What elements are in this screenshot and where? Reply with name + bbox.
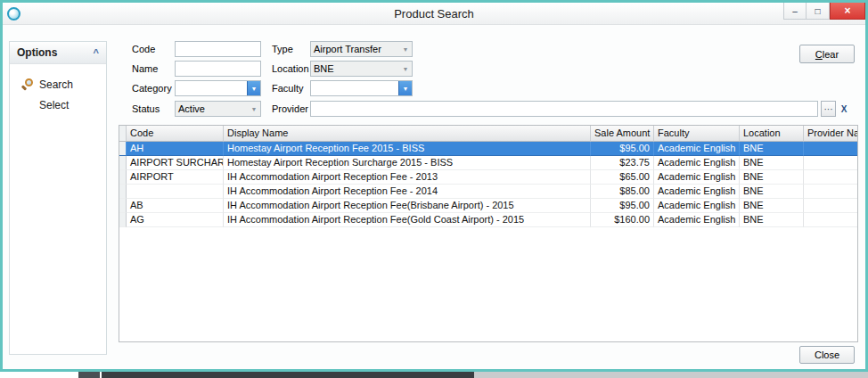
cell-sale-amount: $95.00 <box>591 142 654 156</box>
type-dropdown[interactable]: Airport Transfer ▼ <box>310 41 413 57</box>
cell-display-name: Homestay Airport Reception Fee 2015 - BI… <box>224 142 591 156</box>
location-dropdown[interactable]: BNE ▼ <box>310 61 413 77</box>
status-dropdown[interactable]: Active ▼ <box>175 101 261 117</box>
table-row[interactable]: IH Accommodation Airport Reception Fee -… <box>119 185 857 199</box>
sidebar-item-search[interactable]: Search <box>20 78 106 91</box>
cell-location: BNE <box>740 156 804 170</box>
cell-display-name: IH Accommodation Airport Reception Fee(B… <box>224 199 591 213</box>
code-label: Code <box>132 41 155 57</box>
desktop-background <box>0 372 868 378</box>
location-label: Location <box>272 61 309 77</box>
type-label: Type <box>272 41 293 57</box>
results-grid: Code Display Name Sale Amount Faculty Lo… <box>119 125 858 342</box>
grid-header-row: Code Display Name Sale Amount Faculty Lo… <box>119 126 857 142</box>
faculty-label: Faculty <box>272 80 303 96</box>
status-value: Active <box>176 102 248 116</box>
row-marker <box>119 170 127 185</box>
cell-display-name: Homestay Airport Reception Surcharge 201… <box>224 156 591 170</box>
taskbar-fragment <box>78 372 100 378</box>
clear-button[interactable]: Clear <box>799 45 855 63</box>
titlebar[interactable]: Product Search – □ × <box>3 3 865 25</box>
location-value: BNE <box>311 62 399 76</box>
minimize-button[interactable]: – <box>783 3 807 20</box>
cell-sale-amount: $23.75 <box>591 156 654 170</box>
table-row[interactable]: AIRPORT IH Accommodation Airport Recepti… <box>119 170 857 185</box>
provider-clear-button[interactable]: X <box>838 101 850 117</box>
provider-label: Provider <box>272 101 308 117</box>
cell-faculty: Academic English <box>654 156 740 170</box>
cell-faculty: Academic English <box>654 185 740 199</box>
category-value <box>176 81 247 95</box>
options-panel-header[interactable]: Options ^ <box>10 42 106 64</box>
cell-code: AH <box>127 142 224 156</box>
row-marker <box>119 156 127 170</box>
type-value: Airport Transfer <box>311 42 399 56</box>
column-header-code[interactable]: Code <box>127 126 224 142</box>
app-icon <box>7 7 20 21</box>
minimize-icon: – <box>792 6 798 16</box>
sidebar-item-select-label: Select <box>39 99 69 111</box>
cell-sale-amount: $85.00 <box>591 185 654 199</box>
table-row[interactable]: AIRPORT SURCHARGE Homestay Airport Recep… <box>119 156 857 170</box>
table-row[interactable]: AG IH Accommodation Airport Reception Fe… <box>119 213 857 227</box>
cell-faculty: Academic English <box>654 199 740 213</box>
close-window-button[interactable]: × <box>830 3 865 20</box>
cell-location: BNE <box>740 170 804 185</box>
cell-provider-name <box>804 156 857 170</box>
sidebar-item-select[interactable]: Select <box>39 99 106 111</box>
row-marker <box>119 213 127 227</box>
cell-code <box>127 185 224 199</box>
cell-provider-name <box>804 142 857 156</box>
cell-sale-amount: $95.00 <box>591 199 654 213</box>
table-row[interactable]: AB IH Accommodation Airport Reception Fe… <box>119 199 857 213</box>
options-panel: Options ^ Search Select <box>9 41 107 355</box>
clear-x-icon: X <box>841 104 848 114</box>
column-header-location[interactable]: Location <box>740 126 804 142</box>
faculty-dropdown-arrow-icon[interactable]: ▼ <box>398 81 412 95</box>
taskbar-fragment <box>474 372 868 378</box>
provider-browse-button[interactable]: ··· <box>821 101 836 117</box>
column-header-display-name[interactable]: Display Name <box>224 126 591 142</box>
cell-faculty: Academic English <box>654 142 740 156</box>
window-controls: – □ × <box>783 3 865 20</box>
category-label: Category <box>132 80 172 96</box>
column-header-faculty[interactable]: Faculty <box>654 126 740 142</box>
cell-display-name: IH Accommodation Airport Reception Fee(G… <box>224 213 591 227</box>
cell-code: AG <box>127 213 224 227</box>
sidebar-item-search-label: Search <box>39 78 73 91</box>
ellipsis-icon: ··· <box>824 104 833 114</box>
cell-location: BNE <box>740 185 804 199</box>
cell-sale-amount: $160.00 <box>591 213 654 227</box>
cell-faculty: Academic English <box>654 213 740 227</box>
row-marker <box>119 199 127 213</box>
status-dropdown-arrow-icon[interactable]: ▼ <box>248 102 260 116</box>
collapse-chevron-icon[interactable]: ^ <box>94 47 99 58</box>
cell-provider-name <box>804 199 857 213</box>
close-button[interactable]: Close <box>799 346 855 364</box>
table-row[interactable]: AH Homestay Airport Reception Fee 2015 -… <box>119 142 857 156</box>
cell-code: AB <box>127 199 224 213</box>
window-title: Product Search <box>3 7 865 21</box>
code-input[interactable] <box>175 41 261 57</box>
cell-code: AIRPORT <box>127 170 224 185</box>
search-icon-glass <box>25 78 33 86</box>
column-header-provider-name[interactable]: Provider Name <box>804 126 857 142</box>
maximize-button[interactable]: □ <box>807 3 830 20</box>
category-dropdown-arrow-icon[interactable]: ▼ <box>247 81 260 95</box>
clear-button-label: Clear <box>815 49 839 60</box>
close-button-label: Close <box>815 349 839 360</box>
faculty-dropdown[interactable]: ▼ <box>310 80 413 96</box>
category-dropdown[interactable]: ▼ <box>175 80 261 96</box>
location-dropdown-arrow-icon[interactable]: ▼ <box>399 62 412 76</box>
header-marker-cell <box>119 126 127 142</box>
type-dropdown-arrow-icon[interactable]: ▼ <box>399 42 412 56</box>
column-header-sale-amount[interactable]: Sale Amount <box>591 126 654 142</box>
cell-location: BNE <box>740 213 804 227</box>
provider-input[interactable] <box>310 101 818 117</box>
cell-sale-amount: $65.00 <box>591 170 654 185</box>
name-input[interactable] <box>175 61 261 77</box>
name-label: Name <box>132 61 158 77</box>
options-panel-title: Options <box>17 46 57 59</box>
cell-faculty: Academic English <box>654 170 740 185</box>
cell-code: AIRPORT SURCHARGE <box>127 156 224 170</box>
